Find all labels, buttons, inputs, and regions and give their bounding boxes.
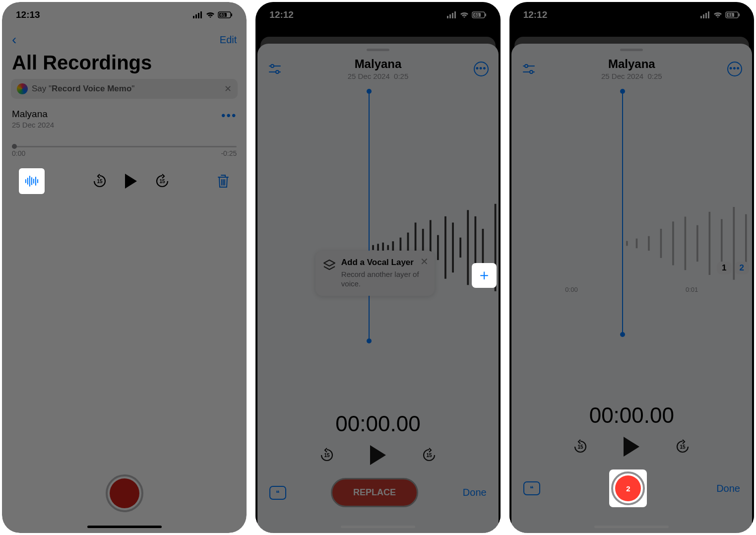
recording-row[interactable]: Malyana 25 Dec 2024 ••• 0:00 -0:25 15 15 (2, 105, 247, 201)
home-indicator[interactable] (594, 526, 669, 528)
play-button[interactable] (624, 437, 639, 457)
more-button[interactable]: ••• (221, 109, 237, 123)
waveform-icon (25, 175, 39, 187)
edit-sheet: Malyana 25 Dec 2024 0:25 ••• Add a Vocal… (257, 44, 498, 533)
scrubber[interactable] (12, 146, 237, 147)
recording-date: 25 Dec 2024 (12, 121, 54, 129)
edit-button[interactable]: Edit (220, 34, 237, 46)
tooltip-title: Add a Vocal Layer (341, 258, 428, 268)
status-bar: 12:12 61 (255, 2, 500, 28)
phone-screen-1: 12:13 61 ‹ Edit All Recordings Say "Reco… (2, 2, 247, 533)
svg-text:61: 61 (474, 12, 479, 17)
svg-text:15: 15 (159, 179, 165, 184)
play-button[interactable] (370, 445, 386, 465)
svg-rect-19 (452, 13, 453, 18)
close-icon[interactable]: ✕ (224, 83, 232, 94)
svg-point-28 (276, 70, 279, 73)
svg-rect-2 (198, 13, 199, 18)
status-time: 12:12 (523, 9, 548, 20)
waveform-area[interactable]: Add a Vocal Layer Record another layer o… (257, 91, 498, 403)
recording-meta: 25 Dec 2024 0:25 (601, 72, 662, 80)
svg-text:15: 15 (324, 453, 330, 458)
layer-1-pill[interactable]: 1 (717, 262, 731, 274)
svg-text:61: 61 (220, 12, 225, 17)
skip-forward-15-icon[interactable]: 15 (155, 174, 170, 189)
time-elapsed: 0:00 (12, 149, 25, 157)
status-bar: 12:12 61 (509, 2, 754, 28)
recording-title: Malyana (601, 57, 662, 71)
svg-text:61: 61 (728, 12, 733, 17)
skip-back-15-icon[interactable]: 15 (573, 439, 588, 454)
status-time: 12:12 (269, 9, 294, 20)
waveform-area[interactable]: 1 2 0:00 0:01 (511, 91, 752, 395)
phone-screen-3: 12:12 61 Malyana 25 Dec 2024 0:25 ••• (509, 2, 754, 533)
svg-rect-3 (200, 11, 202, 18)
edit-sheet: Malyana 25 Dec 2024 0:25 ••• 1 2 0:00 0:… (511, 44, 752, 533)
svg-text:15: 15 (578, 444, 584, 450)
svg-point-75 (530, 70, 533, 73)
svg-point-73 (525, 65, 528, 67)
svg-rect-69 (739, 13, 740, 16)
recording-title: Malyana (348, 57, 409, 71)
siri-icon (17, 83, 28, 94)
svg-text:15: 15 (426, 453, 432, 458)
time-remaining: -0:25 (221, 149, 237, 157)
done-button[interactable]: Done (716, 483, 740, 494)
svg-rect-1 (195, 14, 197, 18)
record-layer-button[interactable]: 2 (609, 469, 647, 507)
status-indicators: 61 (193, 11, 233, 18)
layer-selector[interactable]: 1 2 (717, 262, 749, 274)
phone-screen-2: 12:12 61 Malyana 25 Dec 2024 0:25 ••• (255, 2, 500, 533)
timer: 00:00.00 (257, 411, 498, 436)
page-title: All Recordings (2, 50, 247, 79)
svg-rect-65 (703, 14, 704, 18)
skip-back-15-icon[interactable]: 15 (92, 174, 107, 189)
transcript-button[interactable]: ❝ (269, 486, 286, 500)
svg-rect-18 (449, 14, 451, 18)
status-indicators: 61 (447, 11, 487, 18)
svg-point-26 (271, 65, 274, 67)
recording-meta: 25 Dec 2024 0:25 (348, 72, 409, 80)
delete-button[interactable] (217, 174, 230, 189)
layers-icon (322, 259, 336, 272)
layer-count-badge: 2 (626, 484, 630, 493)
more-options-button[interactable]: ••• (727, 62, 742, 76)
play-button[interactable] (125, 174, 137, 189)
playhead[interactable] (369, 91, 370, 341)
skip-back-15-icon[interactable]: 15 (319, 448, 334, 463)
svg-rect-67 (708, 11, 709, 18)
playback-settings-button[interactable] (267, 62, 282, 76)
tooltip-desc: Record another layer of voice. (341, 269, 428, 289)
done-button[interactable]: Done (463, 487, 487, 498)
status-bar: 12:13 61 (2, 2, 247, 28)
sheet-grabber[interactable] (620, 49, 643, 51)
transcript-button[interactable]: ❝ (523, 481, 540, 495)
replace-button[interactable]: REPLACE (331, 478, 418, 507)
playback-settings-button[interactable] (521, 62, 536, 76)
svg-rect-5 (231, 13, 232, 16)
edit-waveform-button[interactable] (19, 168, 45, 194)
svg-rect-64 (700, 16, 702, 18)
svg-rect-0 (193, 16, 194, 18)
sheet-grabber[interactable] (367, 49, 389, 51)
plus-icon: ＋ (477, 265, 492, 285)
add-layer-button[interactable]: ＋ (472, 263, 497, 288)
layer-2-pill[interactable]: 2 (735, 262, 749, 274)
skip-forward-15-icon[interactable]: 15 (422, 448, 437, 463)
tooltip-add-layer: Add a Vocal Layer Record another layer o… (315, 251, 435, 296)
svg-rect-66 (705, 13, 707, 18)
more-options-button[interactable]: ••• (474, 62, 489, 76)
svg-rect-20 (454, 11, 456, 18)
back-button[interactable]: ‹ (12, 32, 16, 48)
home-indicator[interactable] (87, 526, 162, 528)
close-icon[interactable]: ✕ (420, 256, 429, 268)
siri-suggestion[interactable]: Say "Record Voice Memo" ✕ (11, 79, 238, 99)
playhead[interactable] (622, 91, 623, 334)
svg-text:15: 15 (97, 179, 103, 184)
home-indicator[interactable] (341, 526, 415, 528)
svg-rect-22 (485, 13, 486, 16)
recording-name: Malyana (12, 109, 54, 120)
skip-forward-15-icon[interactable]: 15 (675, 439, 690, 454)
time-ruler: 0:00 0:01 (511, 286, 752, 293)
record-button[interactable] (106, 474, 143, 512)
